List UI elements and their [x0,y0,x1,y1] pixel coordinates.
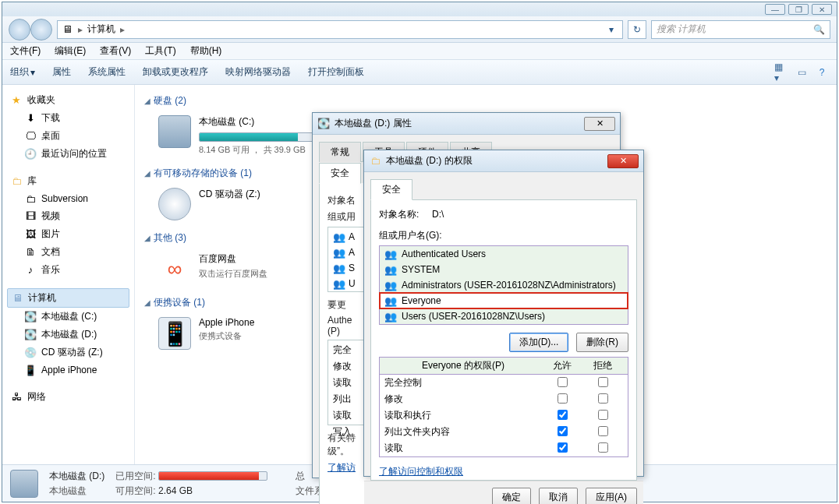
address-row: 🖥 ▸ 计算机 ▸ ▾ ↻ 搜索 计算机 🔍 [2,16,837,43]
drive-info: 8.14 GB 可用 ， 共 39.9 GB [199,144,324,156]
dialog-titlebar[interactable]: 💽 本地磁盘 (D:) 属性 ✕ [313,113,620,135]
hdd-icon [158,115,191,148]
sidebar-item-recent[interactable]: 🕘最近访问的位置 [7,145,129,163]
section-hdd[interactable]: ◢硬盘 (2) [144,91,827,111]
status-title: 本地磁盘 (D:) [49,470,104,483]
sidebar-item-subversion[interactable]: 🗀Subversion [7,190,129,207]
toolbar-organize[interactable]: 组织 ▾ [10,65,35,79]
item-sub: 双击运行百度网盘 [199,268,267,280]
item-sub: 便携式设备 [199,330,254,342]
collapse-icon: ◢ [144,298,150,307]
phone-icon: 📱 [158,317,191,350]
deny-checkbox[interactable] [598,442,608,453]
desktop-icon: 🖵 [24,130,37,143]
deny-checkbox[interactable] [598,410,608,420]
deny-checkbox[interactable] [598,377,608,387]
sidebar-item-drive-c[interactable]: 💽本地磁盘 (C:) [7,308,129,326]
document-icon: 🗎 [24,246,37,259]
tab-general[interactable]: 常规 [319,142,361,162]
group-row[interactable]: 👥Users (USER-20161028NZ\Users) [380,308,628,324]
allow-checkbox[interactable] [558,442,568,453]
sidebar-item-pictures[interactable]: 🖼图片 [7,225,129,243]
sidebar-item-iphone[interactable]: 📱Apple iPhone [7,361,129,379]
menu-tools[interactable]: 工具(T) [145,44,175,58]
toolbar-properties[interactable]: 属性 [52,65,71,79]
deny-checkbox[interactable] [598,393,608,404]
forward-button[interactable] [30,19,52,41]
groups-list[interactable]: 👥Authenticated Users👥SYSTEM👥Administrato… [379,245,628,325]
refresh-button[interactable]: ↻ [628,20,646,39]
sidebar-item-downloads[interactable]: ⬇下载 [7,109,129,127]
menubar: 文件(F) 编辑(E) 查看(V) 工具(T) 帮助(H) [2,43,837,60]
learn-link[interactable]: 了解访问控制和权限 [379,465,628,478]
collapse-icon: ◢ [144,97,150,105]
toolbar-uninstall[interactable]: 卸载或更改程序 [143,65,208,79]
ok-button[interactable]: 确定 [492,488,531,504]
close-button[interactable]: ✕ [584,117,615,131]
toolbar-system-properties[interactable]: 系统属性 [88,65,126,79]
allow-checkbox[interactable] [558,410,568,420]
view-mode-button[interactable]: ▦ ▾ [774,65,788,79]
address-bar[interactable]: 🖥 ▸ 计算机 ▸ ▾ [57,20,623,39]
cd-icon: 💿 [24,347,37,359]
menu-help[interactable]: 帮助(H) [190,44,222,58]
collapse-icon: ◢ [144,234,150,242]
sidebar-item-videos[interactable]: 🎞视频 [7,207,129,225]
back-button[interactable] [9,19,30,41]
menu-edit[interactable]: 编辑(E) [55,44,86,58]
preview-pane-button[interactable]: ▭ [795,65,809,79]
deny-checkbox[interactable] [598,426,608,436]
group-icon: 👥 [333,231,345,243]
group-row[interactable]: 👥SYSTEM [380,262,628,277]
drive-name: 本地磁盘 (C:) [199,115,324,129]
group-icon: 👥 [384,263,397,276]
apply-button[interactable]: 应用(A) [586,488,637,504]
sidebar-item-drive-z[interactable]: 💿CD 驱动器 (Z:) [7,344,129,361]
group-row[interactable]: 👥Authenticated Users [380,246,628,262]
sidebar-item-music[interactable]: ♪音乐 [7,261,129,279]
search-input[interactable]: 搜索 计算机 🔍 [651,20,830,39]
drive-name: CD 驱动器 (Z:) [199,188,260,201]
permissions-dialog: 🗀 本地磁盘 (D:) 的权限 ✕ 安全 对象名称: D:\ 组或用户名(G):… [363,150,644,477]
search-icon: 🔍 [813,24,825,35]
sidebar-item-desktop[interactable]: 🖵桌面 [7,127,129,145]
cancel-button[interactable]: 取消 [539,488,578,504]
group-row[interactable]: 👥Administrators (USER-20161028NZ\Adminis… [380,277,628,293]
add-button[interactable]: 添加(D)... [509,333,569,352]
sidebar-network[interactable]: 🖧网络 [7,388,129,406]
permission-row: 列出文件夹内容 [380,424,628,440]
allow-checkbox[interactable] [558,393,568,404]
toolbar-control-panel[interactable]: 打开控制面板 [308,65,364,79]
chevron-right-icon: ▸ [120,24,125,35]
sidebar-item-drive-d[interactable]: 💽本地磁盘 (D:) [7,326,129,344]
sidebar-libraries[interactable]: 🗀库 [7,172,129,190]
sidebar-item-documents[interactable]: 🗎文档 [7,243,129,261]
group-icon: 👥 [333,246,345,259]
toolbar-map-drive[interactable]: 映射网络驱动器 [225,65,291,79]
close-button[interactable]: ✕ [812,4,832,15]
deny-header: 拒绝 [582,359,623,372]
help-button[interactable]: ? [815,65,829,79]
close-button[interactable]: ✕ [607,154,639,168]
dialog-title: 本地磁盘 (D:) 的权限 [386,154,473,167]
group-icon: 👥 [384,279,397,291]
menu-file[interactable]: 文件(F) [10,44,41,58]
groups-label: 组或用户名(G): [379,229,628,242]
computer-icon: 🖥 [11,292,23,305]
sidebar-favorites[interactable]: ★收藏夹 [7,91,129,109]
address-dropdown[interactable]: ▾ [604,22,619,37]
drive-icon: 💽 [24,329,37,341]
menu-view[interactable]: 查看(V) [100,44,131,58]
tab-security[interactable]: 安全 [319,163,361,184]
minimize-button[interactable]: — [765,4,785,15]
group-row[interactable]: 👥Everyone [380,293,628,308]
dialog-titlebar[interactable]: 🗀 本地磁盘 (D:) 的权限 ✕ [364,150,643,172]
toolbar: 组织 ▾ 属性 系统属性 卸载或更改程序 映射网络驱动器 打开控制面板 ▦ ▾ … [2,60,837,85]
remove-button[interactable]: 删除(R) [576,333,628,352]
tab-security[interactable]: 安全 [370,179,412,200]
allow-checkbox[interactable] [558,377,568,387]
sidebar-computer[interactable]: 🖥计算机 [7,288,129,308]
allow-checkbox[interactable] [558,426,568,436]
breadcrumb-computer[interactable]: 计算机 [87,23,115,36]
maximize-button[interactable]: ❐ [788,4,809,15]
